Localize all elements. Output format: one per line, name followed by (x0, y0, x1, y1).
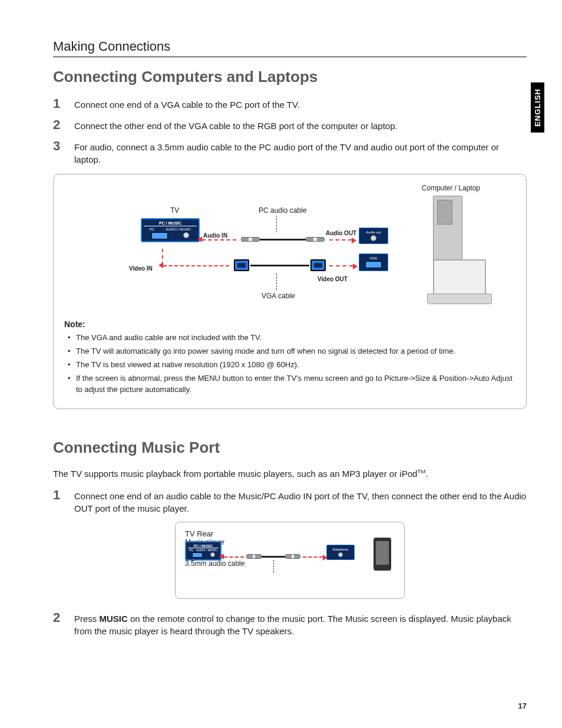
step-number: 3 (53, 139, 66, 166)
vga-connector-icon (310, 259, 326, 271)
intro-text: The TV supports music playback from port… (53, 467, 527, 480)
diagram-music-connection: TV Rear Music player PC / MUSIC PCAUDIO … (175, 522, 405, 599)
label-tv: TV (170, 206, 179, 215)
label-audio-in: Audio IN (203, 232, 227, 239)
language-tab: ENGLISH (531, 83, 544, 133)
tv-port-panel: PC / MUSIC PCAUDIO / MUSIC (141, 218, 200, 242)
note-item: If the screen is abnormal, press the MEN… (64, 373, 515, 396)
label-audio-cable: 3.5mm audio cable (185, 559, 395, 568)
diagram-computer-connection: TV PC / MUSIC PCAUDIO / MUSIC Audio IN V… (53, 174, 527, 409)
step-number: 1 (53, 488, 66, 515)
note-item: The VGA and audio cable are not included… (64, 332, 515, 344)
step-number: 2 (53, 118, 66, 132)
audio-plug-icon (306, 237, 325, 242)
notes-list: The VGA and audio cable are not included… (64, 332, 515, 395)
label-video-out: Video OUT (318, 276, 348, 282)
step-text: Press MUSIC on the remote control to cha… (74, 611, 527, 637)
music-player-icon (373, 538, 391, 571)
note-item: The TV will automatically go into power … (64, 346, 515, 357)
step-text: Connect one end of a VGA cable to the PC… (74, 97, 527, 111)
audio-plug-icon (241, 237, 260, 242)
label-audio-out: Audio OUT (326, 230, 356, 236)
label-video-in: Video IN (129, 265, 153, 272)
label-tv-rear: TV Rear (185, 529, 395, 538)
laptop-icon (427, 259, 492, 304)
steps-list-2: 1Connect one end of an audio cable to th… (53, 488, 527, 515)
step-text: Connect one end of an audio cable to the… (74, 488, 527, 515)
heading-connecting-computers: Connecting Computers and Laptops (53, 68, 527, 86)
step-text: For audio, connect a 3.5mm audio cable t… (74, 139, 527, 166)
device-audio-panel: Audio out (359, 228, 388, 244)
label-vga-cable: VGA cable (262, 292, 295, 300)
audio-plug-icon (285, 554, 300, 559)
heading-connecting-music: Connecting Music Port (53, 439, 527, 457)
tv-rear-panel: PC / MUSIC PCAUDIO / MUSIC (185, 541, 222, 561)
label-pc-audio-cable: PC audio cable (259, 206, 306, 215)
device-vga-panel: VGA (359, 253, 388, 271)
step-number: 1 (53, 97, 66, 111)
steps-list-2b: 2 Press MUSIC on the remote control to c… (53, 611, 527, 637)
section-header: Making Connections (53, 39, 527, 57)
steps-list-1: 1Connect one end of a VGA cable to the P… (53, 97, 527, 166)
note-title: Note: (64, 319, 515, 329)
audio-plug-icon (246, 554, 262, 559)
step-number: 2 (53, 611, 66, 637)
step-text: Connect the other end of the VGA cable t… (74, 118, 527, 132)
label-computer-laptop: Computer / Laptop (422, 184, 480, 192)
note-item: The TV is best viewed at native resoluti… (64, 360, 515, 371)
computer-tower-icon (433, 196, 462, 266)
vga-connector-icon (234, 259, 249, 271)
page-number: 17 (518, 701, 527, 710)
earphone-panel: Earphone (326, 545, 355, 560)
